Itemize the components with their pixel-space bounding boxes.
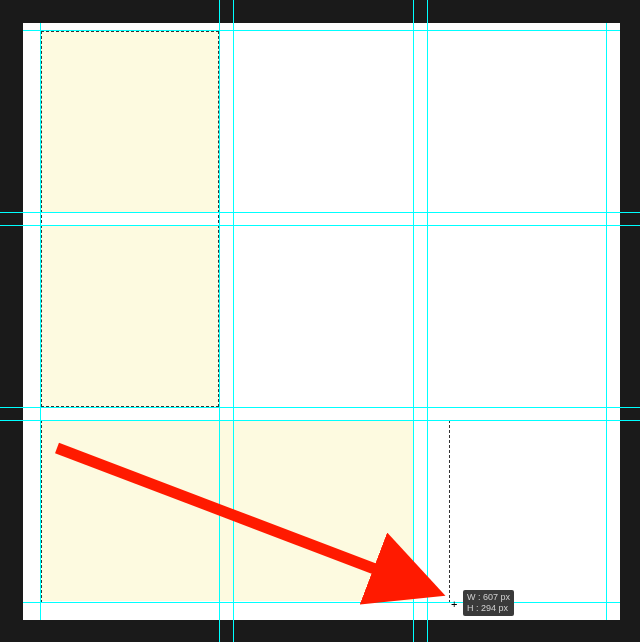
tooltip-height-label: H : 294 px <box>467 603 510 614</box>
guide-vertical[interactable] <box>233 0 234 642</box>
selection-marquee[interactable] <box>41 420 450 603</box>
guide-horizontal[interactable] <box>0 407 640 408</box>
dimension-tooltip: W : 607 px H : 294 px <box>463 590 514 616</box>
guide-vertical[interactable] <box>219 0 220 642</box>
guide-horizontal[interactable] <box>23 30 620 31</box>
guide-horizontal[interactable] <box>0 225 640 226</box>
guide-vertical[interactable] <box>427 0 428 642</box>
marquee-cursor-icon: + <box>451 599 457 610</box>
guide-horizontal[interactable] <box>0 212 640 213</box>
tooltip-width-label: W : 607 px <box>467 592 510 603</box>
guide-horizontal[interactable] <box>0 420 640 421</box>
guide-vertical[interactable] <box>413 0 414 642</box>
guide-vertical[interactable] <box>40 23 41 620</box>
selection-marquee[interactable] <box>41 31 219 407</box>
document-canvas[interactable] <box>23 23 620 620</box>
guide-horizontal[interactable] <box>23 602 620 603</box>
guide-vertical[interactable] <box>606 23 607 620</box>
